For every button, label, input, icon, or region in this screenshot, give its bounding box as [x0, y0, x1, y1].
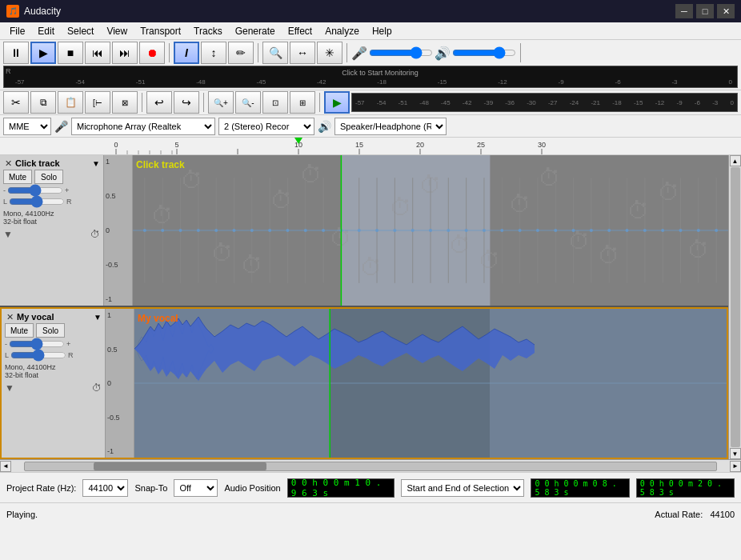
- maximize-button[interactable]: □: [696, 4, 714, 18]
- silence-button[interactable]: ⊠: [112, 91, 138, 114]
- vocal-track-close-button[interactable]: ✕: [5, 312, 14, 322]
- separator-3: [346, 43, 347, 62]
- menu-item-effect[interactable]: Effect: [282, 24, 318, 38]
- vocal-track-settings-icon[interactable]: ⏱: [92, 382, 102, 394]
- vocal-y-neg0.5: -0.5: [107, 414, 132, 422]
- click-track-collapse-icon[interactable]: ▼: [3, 229, 13, 240]
- click-track-close-button[interactable]: ✕: [3, 158, 13, 168]
- click-track-header: ✕ Click track ▼ Mute Solo - + L R: [0, 155, 104, 306]
- record-meter[interactable]: R Click to Start Monitoring -57 -54 -51 …: [3, 66, 738, 88]
- zoom-fit-button[interactable]: ⊡: [262, 91, 288, 114]
- svg-text:0: 0: [114, 141, 118, 149]
- mic-volume-slider[interactable]: [369, 46, 433, 59]
- vocal-track-btn-row: Mute Solo: [5, 323, 102, 338]
- time-ruler[interactable]: 0 5 10 15 20 25 30: [0, 138, 741, 155]
- trim-button[interactable]: [⊢: [85, 91, 110, 114]
- menu-item-select[interactable]: Select: [61, 24, 100, 38]
- scroll-down-button[interactable]: ▼: [730, 448, 741, 459]
- svg-point-94: [411, 229, 415, 232]
- minimize-button[interactable]: ─: [675, 4, 693, 18]
- menu-item-file[interactable]: File: [3, 24, 31, 38]
- vocal-track-info-line2: 32-bit float: [5, 371, 102, 379]
- copy-button[interactable]: ⧉: [30, 91, 56, 114]
- click-to-start-monitoring[interactable]: Click to Start Monitoring: [15, 69, 741, 77]
- vocal-y-0.5: 0.5: [107, 346, 132, 354]
- redo-button[interactable]: ↪: [174, 91, 199, 114]
- microphone-select[interactable]: Microphone Array (Realtek: [71, 118, 215, 135]
- svg-text:⏱: ⏱: [658, 180, 680, 205]
- menu-item-analyze[interactable]: Analyze: [318, 24, 366, 38]
- menu-item-view[interactable]: View: [100, 24, 134, 38]
- record-button[interactable]: ⏺: [139, 42, 165, 64]
- zoom-in-button[interactable]: 🔍+: [208, 91, 234, 114]
- click-track-waveform[interactable]: 1 0.5 0 -0.5 -1 ⏱ ⏱: [104, 155, 728, 306]
- audio-host-select[interactable]: MME DirectSound WASAPI: [3, 118, 51, 135]
- zoom-tool-button[interactable]: 🔍: [262, 42, 288, 64]
- horizontal-scrollbar-area: ◄ ►: [0, 459, 741, 472]
- slide-tool-button[interactable]: ↔: [290, 42, 315, 64]
- menu-item-help[interactable]: Help: [366, 24, 399, 38]
- svg-text:⏱: ⏱: [360, 255, 383, 280]
- selection-type-select[interactable]: Start and End of Selection Start and Len…: [401, 479, 524, 497]
- scroll-right-button[interactable]: ►: [730, 461, 741, 472]
- play-green-button[interactable]: ▶: [324, 91, 350, 114]
- menu-item-edit[interactable]: Edit: [31, 24, 61, 38]
- scroll-up-button[interactable]: ▲: [730, 155, 741, 166]
- speaker-device-icon: 🔊: [318, 120, 331, 133]
- play-button[interactable]: ▶: [30, 42, 56, 64]
- channels-select[interactable]: 2 (Stereo) Recor 1 (Mono): [218, 118, 314, 135]
- click-track-mute-button[interactable]: Mute: [3, 170, 32, 184]
- click-track-settings-icon[interactable]: ⏱: [90, 229, 100, 240]
- transport-toolbar: ⏸ ▶ ■ ⏮ ⏭ ⏺ I ↕ ✏ 🔍 ↔ ✳ 🎤 🔊 R Click to S…: [0, 40, 741, 90]
- vocal-track-mute-button[interactable]: Mute: [5, 323, 34, 338]
- vocal-track-gain-min: -: [5, 340, 7, 348]
- vocal-track-footer: ▼ ⏱: [5, 382, 102, 394]
- horizontal-scrollbar[interactable]: [24, 462, 717, 471]
- menu-item-transport[interactable]: Transport: [134, 24, 187, 38]
- actual-rate-display: Actual Rate: 44100: [655, 510, 735, 519]
- vocal-track-waveform[interactable]: 1 0.5 0 -0.5 -1: [106, 309, 727, 458]
- click-track-gain-slider[interactable]: [7, 186, 63, 195]
- skip-start-button[interactable]: ⏮: [85, 42, 110, 64]
- undo-button[interactable]: ↩: [146, 91, 172, 114]
- vocal-track-collapse-icon[interactable]: ▼: [5, 382, 14, 394]
- vscroll-thumb[interactable]: [731, 167, 740, 447]
- project-rate-select[interactable]: 44100 22050 48000: [82, 479, 128, 497]
- vocal-track-gain-slider[interactable]: [9, 339, 65, 349]
- separator-7: [319, 93, 320, 112]
- svg-text:5: 5: [174, 141, 178, 149]
- multi-tool-button[interactable]: ✳: [317, 42, 342, 64]
- svg-point-104: [590, 229, 593, 232]
- envelope-tool-button[interactable]: ↕: [201, 42, 226, 64]
- speaker-select[interactable]: Speaker/Headphone (Realte: [334, 118, 447, 135]
- zoom-sel-button[interactable]: ⊞: [290, 91, 315, 114]
- close-button[interactable]: ✕: [717, 4, 735, 18]
- skip-end-button[interactable]: ⏭: [112, 42, 138, 64]
- scroll-left-button[interactable]: ◄: [0, 461, 11, 472]
- menu-item-generate[interactable]: Generate: [229, 24, 282, 38]
- cut-button[interactable]: ✂: [3, 91, 29, 114]
- menubar: FileEditSelectViewTransportTracksGenerat…: [0, 22, 741, 40]
- click-track-gain-max: +: [65, 186, 69, 194]
- zoom-out-button[interactable]: 🔍-: [235, 91, 261, 114]
- svg-text:⏱: ⏱: [300, 162, 322, 187]
- hscrollbar-thumb[interactable]: [94, 462, 266, 470]
- menu-item-tracks[interactable]: Tracks: [187, 24, 229, 38]
- vocal-track-pan-slider[interactable]: [10, 350, 66, 360]
- playback-meter[interactable]: -57 -54 -51 -48 -45 -42 -39 -36 -30 -27 …: [351, 93, 738, 112]
- svg-point-107: [643, 229, 647, 232]
- click-track-menu-arrow[interactable]: ▼: [92, 159, 100, 168]
- paste-button[interactable]: 📋: [58, 91, 83, 114]
- selection-tool-button[interactable]: I: [174, 42, 199, 64]
- click-track-pan-slider[interactable]: [9, 197, 65, 206]
- vertical-scrollbar[interactable]: ▲ ▼: [728, 155, 741, 459]
- snap-to-select[interactable]: Off Nearest Prior: [174, 479, 218, 497]
- draw-tool-button[interactable]: ✏: [228, 42, 254, 64]
- vocal-track-menu-arrow[interactable]: ▼: [94, 313, 102, 322]
- stop-button[interactable]: ■: [58, 42, 83, 64]
- svg-text:⏱: ⏱: [270, 188, 293, 213]
- speaker-volume-slider[interactable]: [452, 46, 516, 59]
- pause-button[interactable]: ⏸: [3, 42, 29, 64]
- vocal-track-solo-button[interactable]: Solo: [36, 323, 65, 338]
- click-track-solo-button[interactable]: Solo: [34, 170, 63, 184]
